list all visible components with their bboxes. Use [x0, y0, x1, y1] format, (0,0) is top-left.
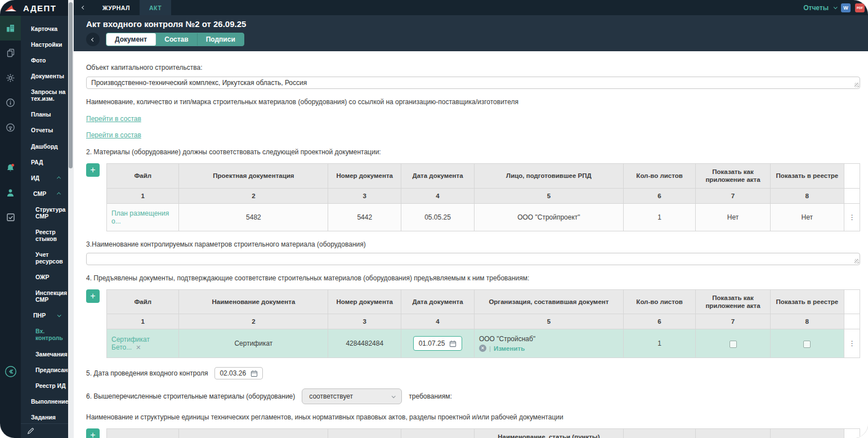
chevron-down-icon: [392, 394, 396, 398]
sidebar-scrollbar[interactable]: [68, 0, 74, 438]
sidebar-section-vypolnenie[interactable]: Выполнение: [21, 394, 68, 409]
sidebar-item-rad[interactable]: РАД: [21, 154, 68, 170]
project-docs-table: ФайлПроектная документацияНомер документ…: [106, 163, 860, 231]
back-button[interactable]: [86, 33, 100, 46]
section4-label: 4. Предъявлены документы, подтверждающие…: [86, 274, 860, 283]
reports-dropdown[interactable]: Отчеты: [803, 4, 836, 12]
tab-sostav[interactable]: Состав: [156, 33, 197, 46]
sidebar: АДЕПТ Карточка Настройки Фото Документы …: [21, 0, 68, 438]
user-icon[interactable]: [0, 180, 21, 205]
bell-icon[interactable]: [0, 155, 21, 180]
sidebar-item-inspekciya-smr[interactable]: Инспекция СМР: [21, 285, 68, 307]
signal-icon[interactable]: [0, 115, 21, 140]
sidebar-section-pnr[interactable]: ПНР: [21, 307, 68, 323]
table-header-row: ФайлПроектная документацияНомер документ…: [107, 429, 860, 438]
icon-rail: [0, 0, 21, 438]
buildings-icon[interactable]: [0, 16, 21, 41]
object-label: Объект капитального строительства:: [86, 64, 860, 73]
table-header-row: ФайлНаименование документаНомер документ…: [107, 289, 860, 314]
sidebar-item-kartochka[interactable]: Карточка: [21, 21, 68, 37]
tab-zhurnal[interactable]: ЖУРНАЛ: [93, 0, 140, 15]
sidebar-item-nastroyki[interactable]: Настройки: [21, 37, 68, 52]
materials-label: Наименование, количество и тип/марка стр…: [86, 98, 860, 107]
chevron-down-icon: [834, 5, 838, 9]
add-row-button[interactable]: +: [86, 163, 100, 177]
row-menu-icon[interactable]: ⋮: [844, 329, 860, 358]
table3-block: + ФайлПроектная документацияНомер докуме…: [86, 428, 860, 438]
section6-suffix: требованиям:: [409, 392, 452, 400]
file-link[interactable]: Сертификат Бето...: [111, 336, 150, 351]
show-as-attachment-checkbox[interactable]: [730, 341, 737, 348]
table-row: План размещения о... 5482 5442 05.05.25 …: [107, 203, 860, 231]
table2-block: + ФайлНаименование документаНомер докуме…: [86, 289, 860, 359]
chevron-up-icon: [57, 177, 61, 181]
logo-mark-icon: [0, 0, 21, 16]
go-to-sostav-link-2[interactable]: Перейти в состав: [86, 131, 141, 139]
sidebar-item-plany[interactable]: Планы: [21, 106, 68, 122]
tab-akt[interactable]: АКТ: [140, 0, 171, 15]
view-switcher: Документ Состав Подписи: [106, 33, 244, 46]
section6-row: 6. Вышеперечисленные строительные матери…: [86, 388, 860, 404]
sidebar-item-ozhr[interactable]: ОЖР: [21, 269, 68, 285]
sidebar-section-id[interactable]: ИД: [21, 170, 68, 186]
sidebar-item-zadaniya[interactable]: Задания: [21, 409, 68, 423]
section6-label: 6. Вышеперечисленные строительные матери…: [86, 392, 295, 400]
form-content: Объект капитального строительства: Наиме…: [74, 51, 868, 438]
tab-podpisi[interactable]: Подписи: [198, 33, 244, 46]
object-input[interactable]: [86, 77, 860, 89]
change-org-link[interactable]: Изменить: [494, 345, 525, 352]
app-window: АДЕПТ Карточка Настройки Фото Документы …: [0, 0, 868, 438]
conformity-select[interactable]: соответствует: [302, 388, 402, 404]
gear-icon[interactable]: [0, 65, 21, 90]
pencil-icon[interactable]: [26, 427, 35, 435]
column-number-row: 12345678: [107, 314, 860, 329]
calendar-icon: [449, 340, 457, 347]
collapse-sidebar-icon[interactable]: [0, 359, 21, 384]
section3-label: 3.Наименование контролируемых параметров…: [86, 240, 860, 249]
sidebar-item-otchety[interactable]: Отчеты: [21, 122, 68, 138]
column-number-row: 12345678: [107, 188, 860, 203]
page-title: Акт входного контроля №2 от 26.09.25: [86, 19, 868, 29]
add-row-button[interactable]: +: [86, 289, 100, 303]
go-to-sostav-link-1[interactable]: Перейти в состав: [86, 115, 141, 123]
sidebar-item-predpisaniya[interactable]: Предписания: [21, 362, 68, 378]
calendar-icon: [250, 370, 258, 377]
sidebar-item-uchet-resursov[interactable]: Учет ресурсов: [21, 247, 68, 269]
copy-icon[interactable]: [0, 41, 21, 65]
sidebar-item-zamechaniya[interactable]: Замечания: [21, 346, 68, 362]
remove-file-icon[interactable]: ✕: [136, 344, 141, 351]
sidebar-item-foto[interactable]: Фото: [21, 52, 68, 68]
control-date-input[interactable]: 02.03.26: [214, 367, 263, 379]
clear-org-icon[interactable]: ✕: [479, 345, 486, 352]
nav-back-icon[interactable]: [74, 6, 93, 9]
file-link[interactable]: План размещения о...: [111, 209, 169, 225]
controlled-params-input[interactable]: [86, 253, 860, 265]
chevron-up-icon: [57, 193, 61, 196]
org-name: ООО "Стройснаб": [479, 335, 619, 343]
scrollbar-thumb[interactable]: [69, 2, 73, 168]
row-date-input[interactable]: 01.07.25: [413, 336, 463, 351]
submitted-docs-table: ФайлНаименование документаНомер документ…: [106, 289, 860, 359]
tasks-icon[interactable]: [0, 205, 21, 230]
sidebar-item-dashbord[interactable]: Дашборд: [21, 138, 68, 154]
section5-row: 5. Дата проведения входного контроля 02.…: [86, 367, 860, 379]
sidebar-item-vh-kontrol[interactable]: Вх. контроль: [21, 323, 68, 346]
sidebar-item-dokumenty[interactable]: Документы: [21, 68, 68, 84]
tab-dokument[interactable]: Документ: [106, 33, 156, 46]
word-export-icon[interactable]: W: [841, 3, 851, 12]
row-menu-icon[interactable]: ⋮: [844, 203, 860, 231]
sidebar-section-smr[interactable]: СМР: [21, 186, 68, 202]
top-navbar: ЖУРНАЛ АКТ Отчеты W PDF: [74, 0, 868, 15]
sidebar-item-reestr-id[interactable]: Реестр ИД: [21, 378, 68, 394]
page-header: Акт входного контроля №2 от 26.09.25 Док…: [74, 15, 868, 51]
main-area: ЖУРНАЛ АКТ Отчеты W PDF Акт входного кон…: [74, 0, 868, 438]
show-in-registry-checkbox[interactable]: [803, 341, 811, 348]
sidebar-item-reestr-stykov[interactable]: Реестр стыков: [21, 224, 68, 247]
sidebar-item-struktura-smr[interactable]: Структура СМР: [21, 202, 68, 224]
table1-block: + ФайлПроектная документацияНомер докуме…: [86, 163, 860, 231]
pdf-export-icon[interactable]: PDF: [855, 3, 865, 12]
sidebar-item-zaprosy[interactable]: Запросы на тех.изм.: [21, 84, 68, 106]
section2-label: 2. Материалы (оборудование) должны соотв…: [86, 148, 860, 157]
add-row-button[interactable]: +: [86, 428, 100, 438]
info-icon[interactable]: [0, 90, 21, 115]
